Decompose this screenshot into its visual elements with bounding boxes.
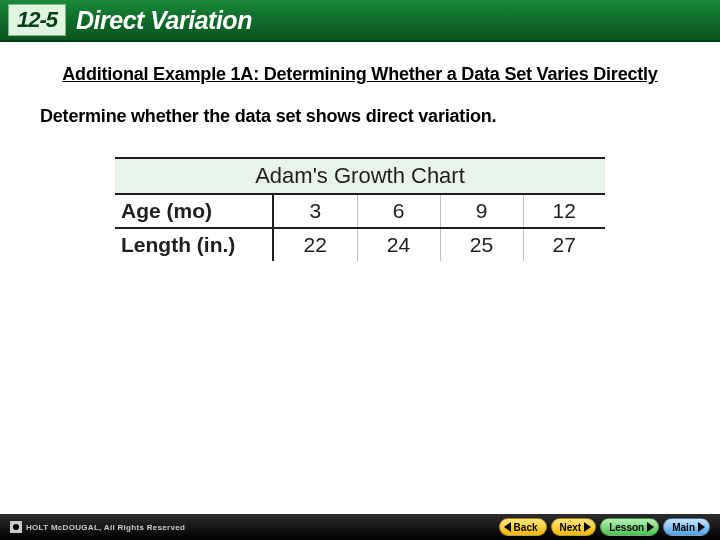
arrow-right-icon [584,522,591,532]
cell: 9 [440,195,523,228]
nav-controls: Back Next Lesson Main [499,518,710,536]
copyright: HOLT McDOUGAL, All Rights Reserved [10,521,185,533]
copyright-text: HOLT McDOUGAL, All Rights Reserved [26,523,185,532]
data-table: Age (mo) 3 6 9 12 Length (in.) 22 24 25 … [115,195,605,261]
slide-content: Additional Example 1A: Determining Wheth… [0,42,720,281]
arrow-left-icon [504,522,511,532]
slide-title: Direct Variation [76,6,252,35]
table-row: Length (in.) 22 24 25 27 [115,228,605,261]
table-row: Age (mo) 3 6 9 12 [115,195,605,228]
row-label-length: Length (in.) [115,228,273,261]
cell: 6 [357,195,440,228]
arrow-right-icon [647,522,654,532]
lesson-label: Lesson [609,522,644,533]
lesson-button[interactable]: Lesson [600,518,659,536]
arrow-right-icon [698,522,705,532]
back-button[interactable]: Back [499,518,547,536]
cell: 27 [523,228,605,261]
cell: 12 [523,195,605,228]
slide-footer: HOLT McDOUGAL, All Rights Reserved Back … [0,514,720,540]
cell: 25 [440,228,523,261]
section-number: 12-5 [8,4,66,36]
cell: 24 [357,228,440,261]
row-label-age: Age (mo) [115,195,273,228]
main-label: Main [672,522,695,533]
example-heading: Additional Example 1A: Determining Wheth… [28,62,692,86]
slide-header: 12-5 Direct Variation [0,0,720,42]
growth-chart: Adam's Growth Chart Age (mo) 3 6 9 12 Le… [115,157,605,261]
chart-title: Adam's Growth Chart [115,157,605,195]
cell: 3 [273,195,357,228]
example-instruction: Determine whether the data set shows dir… [28,104,692,128]
back-label: Back [514,522,538,533]
cell: 22 [273,228,357,261]
publisher-logo-icon [10,521,22,533]
next-label: Next [560,522,582,533]
main-button[interactable]: Main [663,518,710,536]
next-button[interactable]: Next [551,518,597,536]
